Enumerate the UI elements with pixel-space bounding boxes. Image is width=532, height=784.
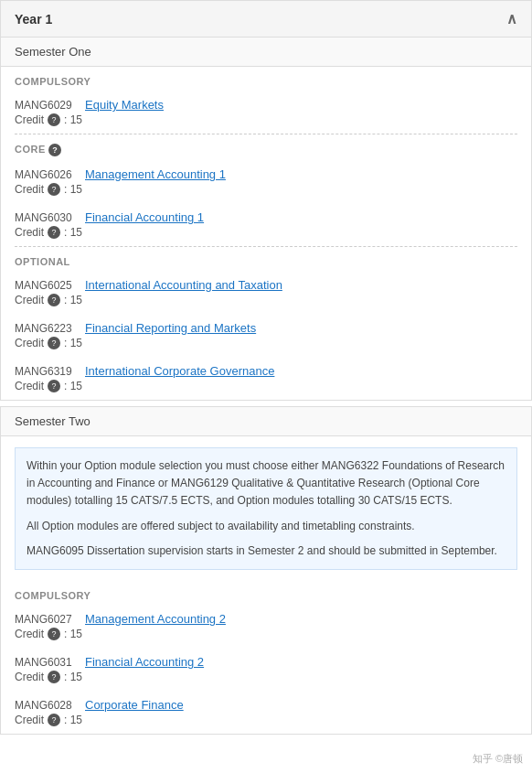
module-link-intl-governance[interactable]: International Corporate Governance	[85, 364, 274, 378]
module-item: MANG6031 Financial Accounting 2	[1, 648, 531, 669]
info-text-1: Within your Option module selection you …	[27, 457, 505, 510]
module-link-intl-accounting[interactable]: International Accounting and Taxation	[85, 278, 282, 292]
semester-two-header: Semester Two	[1, 407, 531, 436]
module-link-management-accounting-1[interactable]: Management Accounting 1	[85, 167, 226, 181]
credit-info-icon[interactable]: ?	[48, 294, 60, 306]
optional-label: OPTIONAL	[1, 247, 531, 271]
core-label: CORE ?	[1, 134, 531, 160]
credit-info-icon[interactable]: ?	[48, 183, 60, 196]
semester-one-header: Semester One	[1, 38, 531, 67]
module-code: MANG6026	[15, 168, 74, 181]
credit-row: Credit?: 15	[1, 181, 531, 203]
chevron-up-icon[interactable]: ∧	[506, 10, 517, 27]
credit-row: Credit?: 15	[1, 712, 531, 734]
compulsory-label: COMPULSORY	[1, 67, 531, 91]
info-text-2: All Option modules are offered subject t…	[27, 518, 505, 535]
module-item: MANG6025 International Accounting and Ta…	[1, 271, 531, 292]
semester-two-section: Semester Two Within your Option module s…	[0, 406, 532, 735]
credit-row: Credit?: 15	[1, 335, 531, 357]
info-text-3: MANG6095 Dissertation supervision starts…	[27, 542, 505, 560]
module-code: MANG6025	[15, 279, 74, 292]
module-item: MANG6223 Financial Reporting and Markets	[1, 314, 531, 335]
credit-info-icon[interactable]: ?	[48, 380, 60, 392]
module-link-equity-markets[interactable]: Equity Markets	[85, 98, 164, 112]
credit-info-icon[interactable]: ?	[48, 671, 60, 683]
module-item: MANG6027 Management Accounting 2	[1, 605, 531, 626]
credit-row: Credit?: 15	[1, 224, 531, 246]
semester-one-section: Semester One COMPULSORY MANG6029 Equity …	[0, 38, 532, 401]
credit-info-icon[interactable]: ?	[48, 628, 60, 640]
module-code: MANG6030	[15, 211, 74, 224]
credit-row: Credit?: 15	[1, 669, 531, 691]
module-item: MANG6030 Financial Accounting 1	[1, 203, 531, 224]
module-item: MANG6026 Management Accounting 1	[1, 160, 531, 181]
module-item: MANG6029 Equity Markets	[1, 91, 531, 112]
compulsory-label-s2: COMPULSORY	[1, 581, 531, 605]
credit-info-icon[interactable]: ?	[48, 714, 60, 726]
credit-row: Credit?: 15	[1, 378, 531, 400]
module-item: MANG6319 International Corporate Governa…	[1, 357, 531, 378]
module-link-financial-accounting-2[interactable]: Financial Accounting 2	[85, 655, 204, 669]
core-info-icon[interactable]: ?	[48, 144, 61, 156]
module-code: MANG6029	[15, 99, 74, 112]
module-code: MANG6028	[15, 699, 74, 712]
module-link-financial-reporting[interactable]: Financial Reporting and Markets	[85, 321, 256, 335]
year-header[interactable]: Year 1 ∧	[0, 0, 532, 38]
module-code: MANG6223	[15, 322, 74, 335]
module-item: MANG6028 Corporate Finance	[1, 691, 531, 712]
module-code: MANG6031	[15, 656, 74, 669]
credit-row: Credit?: 15	[1, 112, 531, 134]
credit-row: Credit?: 15	[1, 626, 531, 648]
module-link-management-accounting-2[interactable]: Management Accounting 2	[85, 612, 226, 626]
module-link-financial-accounting-1[interactable]: Financial Accounting 1	[85, 210, 204, 224]
credit-info-icon[interactable]: ?	[48, 337, 60, 349]
credit-info-icon[interactable]: ?	[48, 226, 60, 239]
credit-row: Credit?: 15	[1, 292, 531, 314]
year-title: Year 1	[15, 12, 52, 27]
module-link-corporate-finance[interactable]: Corporate Finance	[85, 698, 184, 712]
info-box: Within your Option module selection you …	[15, 447, 517, 570]
module-code: MANG6027	[15, 613, 74, 626]
module-code: MANG6319	[15, 365, 74, 378]
credit-info-icon[interactable]: ?	[48, 113, 60, 126]
